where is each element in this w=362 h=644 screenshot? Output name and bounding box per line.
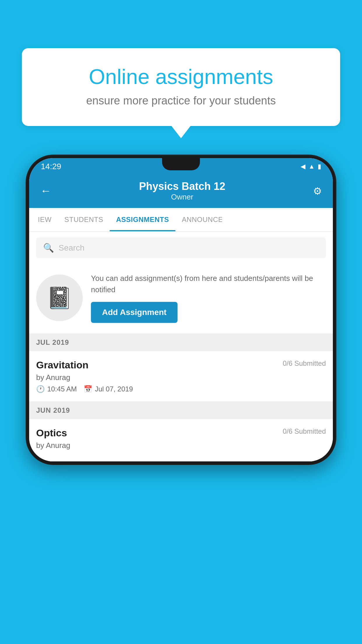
- assignment-meta-gravitation: 🕐 10:45 AM 📅 Jul 07, 2019: [36, 385, 326, 393]
- assignment-name-gravitation: Gravitation: [36, 359, 88, 371]
- settings-icon[interactable]: ⚙: [313, 185, 322, 197]
- bubble-subtitle: ensure more practice for your students: [41, 94, 321, 107]
- search-bar[interactable]: 🔍 Search: [36, 237, 326, 258]
- clock-icon-gravitation: 🕐: [36, 385, 45, 393]
- assignment-name-optics: Optics: [36, 427, 67, 439]
- header-subtitle: Owner: [51, 192, 313, 202]
- assignment-date-gravitation: 📅 Jul 07, 2019: [84, 385, 133, 393]
- assignment-item-gravitation[interactable]: Gravitation 0/6 Submitted by Anurag 🕐 10…: [29, 351, 333, 402]
- back-button[interactable]: ←: [40, 185, 51, 197]
- promo-text-area: You can add assignment(s) from here and …: [91, 273, 326, 323]
- search-placeholder: Search: [59, 243, 85, 253]
- wifi-icon: ◀: [301, 163, 305, 170]
- promo-section: 📓 You can add assignment(s) from here an…: [29, 264, 333, 334]
- status-time: 14:29: [41, 162, 61, 171]
- header-title: Physics Batch 12: [51, 180, 313, 192]
- battery-icon: ▮: [318, 163, 321, 170]
- notch: [162, 158, 200, 170]
- promo-icon-circle: 📓: [36, 274, 83, 321]
- assignment-time-gravitation: 🕐 10:45 AM: [36, 385, 77, 393]
- section-header-jul2019: JUL 2019: [29, 334, 333, 351]
- bubble-title: Online assignments: [41, 64, 321, 89]
- assignment-top: Gravitation 0/6 Submitted: [36, 359, 326, 371]
- promo-description: You can add assignment(s) from here and …: [91, 273, 326, 295]
- phone-screen: 14:29 ◀ ▲ ▮ ← Physics Batch 12 Owner ⚙ I…: [29, 158, 333, 461]
- tab-assignments[interactable]: ASSIGNMENTS: [110, 208, 175, 231]
- notebook-icon: 📓: [46, 286, 73, 310]
- status-icons: ◀ ▲ ▮: [301, 163, 321, 170]
- status-bar: 14:29 ◀ ▲ ▮: [29, 158, 333, 175]
- add-assignment-button[interactable]: Add Assignment: [91, 302, 178, 323]
- tab-iew[interactable]: IEW: [31, 208, 58, 231]
- tabs-container: IEW STUDENTS ASSIGNMENTS ANNOUNCEM...: [29, 208, 333, 232]
- phone-outer: 14:29 ◀ ▲ ▮ ← Physics Batch 12 Owner ⚙ I…: [26, 155, 336, 465]
- signal-icon: ▲: [308, 163, 315, 170]
- assignment-by-optics: by Anurag: [36, 441, 326, 450]
- header-center: Physics Batch 12 Owner: [51, 180, 313, 202]
- search-icon: 🔍: [43, 243, 54, 253]
- speech-bubble-wrapper: Online assignments ensure more practice …: [22, 48, 340, 126]
- assignment-submitted-optics: 0/6 Submitted: [283, 427, 326, 435]
- assignment-submitted-gravitation: 0/6 Submitted: [283, 359, 326, 368]
- speech-bubble: Online assignments ensure more practice …: [22, 48, 340, 126]
- calendar-icon-gravitation: 📅: [84, 385, 92, 393]
- assignment-top-optics: Optics 0/6 Submitted: [36, 427, 326, 439]
- app-header: ← Physics Batch 12 Owner ⚙: [29, 175, 333, 208]
- assignment-item-optics[interactable]: Optics 0/6 Submitted by Anurag: [29, 419, 333, 461]
- assignment-by-gravitation: by Anurag: [36, 373, 326, 382]
- section-header-jun2019: JUN 2019: [29, 402, 333, 419]
- tab-students[interactable]: STUDENTS: [58, 208, 110, 231]
- phone-wrapper: 14:29 ◀ ▲ ▮ ← Physics Batch 12 Owner ⚙ I…: [26, 155, 336, 465]
- tab-announcements[interactable]: ANNOUNCEM...: [175, 208, 222, 231]
- search-container: 🔍 Search: [29, 232, 333, 264]
